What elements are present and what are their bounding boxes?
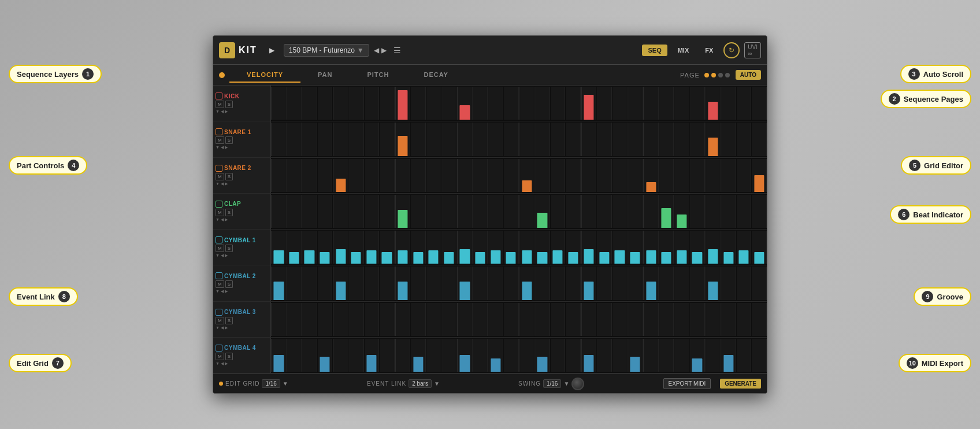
grid-cell-cymbal2-15[interactable] — [504, 267, 519, 299]
grid-cell-cymbal3-7[interactable] — [380, 303, 395, 336]
grid-cell-kick-31[interactable] — [752, 87, 767, 120]
grid-cell-cymbal1-17[interactable] — [535, 231, 550, 264]
grid-cell-cymbal3-29[interactable] — [721, 303, 736, 336]
solo-btn-cymbal1[interactable]: S — [225, 245, 233, 252]
grid-cell-cymbal1-28[interactable] — [706, 231, 721, 264]
grid-cell-cymbal2-19[interactable] — [566, 267, 581, 299]
grid-cell-cymbal3-17[interactable] — [535, 303, 550, 336]
grid-cell-cymbal1-5[interactable] — [349, 231, 364, 264]
track-arrow-right-cymbal3[interactable]: ▶ — [225, 326, 228, 330]
grid-cell-snare2-8[interactable] — [395, 159, 411, 192]
grid-cell-clap-10[interactable] — [426, 195, 441, 228]
grid-cell-snare1-28[interactable] — [706, 123, 721, 156]
grid-cell-cymbal2-27[interactable] — [690, 267, 705, 299]
grid-cell-snare2-24[interactable] — [643, 159, 659, 192]
grid-cell-kick-16[interactable] — [519, 87, 535, 120]
grid-cell-snare1-0[interactable] — [271, 123, 287, 156]
grid-cell-cymbal3-0[interactable] — [271, 303, 287, 336]
grid-cell-clap-24[interactable] — [643, 195, 659, 228]
grid-cell-snare2-5[interactable] — [349, 159, 364, 192]
grid-cell-clap-19[interactable] — [566, 195, 581, 228]
grid-cell-cymbal4-0[interactable] — [271, 339, 287, 372]
mute-btn-kick[interactable]: M — [216, 101, 224, 108]
grid-cell-cymbal4-12[interactable] — [457, 339, 473, 372]
grid-cell-cymbal1-15[interactable] — [504, 231, 519, 264]
auto-scroll-button[interactable]: AUTO — [736, 70, 761, 80]
mute-btn-clap[interactable]: M — [216, 209, 224, 216]
grid-cell-snare1-19[interactable] — [566, 123, 581, 156]
mute-btn-cymbal2[interactable]: M — [216, 280, 224, 288]
swing-dropdown[interactable]: ▼ — [563, 380, 569, 387]
track-arrow-left-cymbal3[interactable]: ◀ — [221, 326, 224, 330]
grid-cell-cymbal1-3[interactable] — [318, 231, 333, 264]
tab-pan[interactable]: PAN — [300, 68, 350, 83]
grid-cell-cymbal2-5[interactable] — [349, 267, 364, 299]
grid-cell-cymbal2-14[interactable] — [488, 267, 503, 299]
page-dot-2[interactable] — [711, 73, 716, 77]
grid-cell-cymbal1-26[interactable] — [674, 231, 689, 264]
grid-cell-clap-30[interactable] — [737, 195, 752, 228]
solo-btn-cymbal2[interactable]: S — [225, 280, 233, 288]
grid-cell-clap-8[interactable] — [395, 195, 411, 228]
grid-cell-kick-19[interactable] — [566, 87, 581, 120]
grid-cell-snare2-22[interactable] — [612, 159, 628, 192]
tab-decay[interactable]: DECAY — [406, 68, 466, 83]
grid-cell-kick-18[interactable] — [551, 87, 566, 120]
grid-cell-snare2-6[interactable] — [365, 159, 380, 192]
grid-cell-cymbal3-6[interactable] — [365, 303, 380, 336]
grid-cell-cymbal2-4[interactable] — [333, 267, 348, 299]
track-arrow-left-kick[interactable]: ◀ — [221, 109, 224, 114]
grid-cell-snare2-12[interactable] — [457, 159, 473, 192]
grid-cell-kick-0[interactable] — [271, 87, 287, 120]
grid-cell-cymbal4-2[interactable] — [302, 339, 317, 372]
grid-cell-cymbal1-6[interactable] — [365, 231, 380, 264]
track-arrow-down-cymbal2[interactable]: ▼ — [216, 289, 220, 294]
track-arrow-left-cymbal4[interactable]: ◀ — [221, 361, 224, 366]
grid-cell-snare2-23[interactable] — [628, 159, 643, 192]
grid-cell-cymbal3-10[interactable] — [426, 303, 441, 336]
grid-cell-cymbal1-8[interactable] — [395, 231, 411, 264]
grid-cell-kick-30[interactable] — [737, 87, 752, 120]
track-arrow-left-clap[interactable]: ◀ — [221, 217, 224, 222]
grid-cell-cymbal3-11[interactable] — [442, 303, 457, 336]
grid-cell-cymbal4-26[interactable] — [674, 339, 689, 372]
grid-cell-cymbal4-23[interactable] — [628, 339, 643, 372]
track-arrow-left-cymbal2[interactable]: ◀ — [221, 289, 224, 294]
grid-cell-cymbal3-12[interactable] — [457, 303, 473, 336]
grid-cell-cymbal4-14[interactable] — [488, 339, 503, 372]
mute-btn-cymbal1[interactable]: M — [216, 245, 224, 252]
grid-cell-snare2-15[interactable] — [504, 159, 519, 192]
grid-cell-snare1-30[interactable] — [737, 123, 752, 156]
page-dot-3[interactable] — [718, 73, 723, 77]
swing-knob[interactable] — [571, 378, 584, 390]
grid-cell-cymbal4-1[interactable] — [287, 339, 302, 372]
grid-cell-cymbal2-22[interactable] — [612, 267, 628, 299]
grid-cell-kick-15[interactable] — [504, 87, 519, 120]
grid-cell-cymbal2-20[interactable] — [581, 267, 597, 299]
grid-cell-cymbal1-11[interactable] — [442, 231, 457, 264]
solo-btn-snare2[interactable]: S — [225, 173, 233, 180]
grid-cell-cymbal1-7[interactable] — [380, 231, 395, 264]
grid-cell-snare1-5[interactable] — [349, 123, 364, 156]
grid-cell-clap-18[interactable] — [551, 195, 566, 228]
grid-cell-snare2-25[interactable] — [659, 159, 674, 192]
grid-cell-cymbal1-29[interactable] — [721, 231, 736, 264]
grid-cell-kick-24[interactable] — [643, 87, 659, 120]
grid-cell-snare2-18[interactable] — [551, 159, 566, 192]
grid-cell-snare1-22[interactable] — [612, 123, 628, 156]
grid-cell-cymbal4-20[interactable] — [581, 339, 597, 372]
fx-button[interactable]: FX — [699, 45, 719, 56]
grid-cell-cymbal3-5[interactable] — [349, 303, 364, 336]
grid-cell-kick-6[interactable] — [365, 87, 380, 120]
grid-cell-cymbal3-28[interactable] — [706, 303, 721, 336]
grid-cell-clap-7[interactable] — [380, 195, 395, 228]
grid-cell-kick-26[interactable] — [674, 87, 689, 120]
grid-cell-cymbal1-14[interactable] — [488, 231, 503, 264]
grid-cell-cymbal2-10[interactable] — [426, 267, 441, 299]
grid-cell-cymbal4-22[interactable] — [612, 339, 628, 372]
grid-cell-kick-9[interactable] — [411, 87, 426, 120]
solo-btn-snare1[interactable]: S — [225, 136, 233, 144]
mute-btn-cymbal3[interactable]: M — [216, 317, 224, 324]
grid-cell-cymbal2-24[interactable] — [643, 267, 659, 299]
grid-cell-snare2-27[interactable] — [690, 159, 705, 192]
